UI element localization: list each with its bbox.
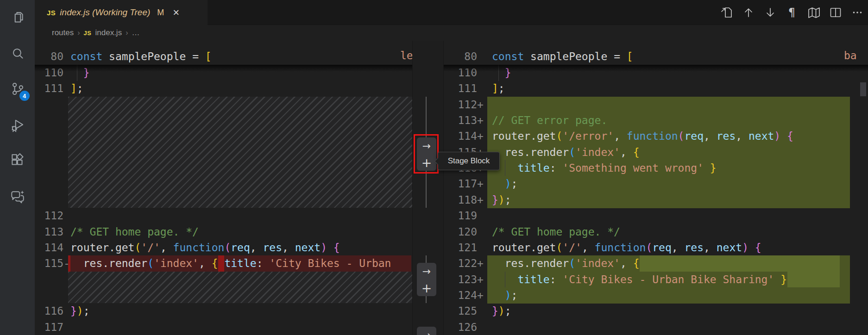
code-text: );	[492, 287, 517, 303]
line-number: 111	[35, 81, 63, 96]
modified-indicator: M	[157, 8, 164, 18]
deleted-range-hatch	[68, 272, 412, 304]
code-line[interactable]: 119	[444, 208, 868, 224]
line-number: 119	[444, 208, 477, 223]
diff-line-marker: +	[477, 287, 484, 303]
code-line[interactable]: 122+ res.render('index', {	[444, 255, 868, 272]
show-whitespace-icon[interactable]: ¶	[785, 6, 799, 20]
line-number: 124	[444, 287, 477, 303]
code-text: title: 'Something went wrong' }	[492, 160, 717, 176]
code-text: });	[70, 303, 90, 319]
map-icon[interactable]	[806, 6, 821, 20]
code-line[interactable]: 124+ );	[444, 287, 868, 304]
code-text: ];	[492, 81, 505, 96]
code-line[interactable]: 111];	[444, 81, 868, 97]
line-number: 118	[444, 192, 477, 208]
code-line[interactable]: 112+	[444, 97, 868, 113]
code-text: router.get('/', function(req, res, next)…	[70, 240, 340, 255]
more-actions-icon[interactable]	[850, 6, 864, 20]
code-text: ];	[70, 81, 83, 96]
breadcrumb-folder[interactable]: routes	[52, 28, 74, 37]
code-line[interactable]: 116+ title: 'Something went wrong' }	[444, 160, 868, 176]
code-line[interactable]: 111];	[35, 81, 412, 97]
chat-icon[interactable]	[7, 187, 28, 207]
next-change-icon[interactable]	[763, 6, 777, 20]
stage-controls-block-3: → +	[417, 327, 436, 335]
close-tab-icon[interactable]: ×	[173, 7, 179, 18]
tooltip-text: Stage Block	[448, 156, 490, 166]
tab-indexjs-working-tree[interactable]: JS index.js (Working Tree) M ×	[35, 0, 208, 25]
revert-block-button[interactable]: →	[417, 327, 436, 335]
diff-line-marker: +	[477, 255, 484, 271]
code-line[interactable]: 125});	[444, 303, 868, 319]
code-line[interactable]: 118+});	[444, 192, 868, 208]
code-line[interactable]: 117	[35, 319, 412, 335]
line-number: 125	[444, 303, 477, 319]
extensions-icon[interactable]	[7, 151, 28, 171]
diff-right-editor[interactable]: 80 const samplePeople = [ ba 110 }111];1…	[444, 41, 868, 335]
code-line[interactable]: 115- res.render('index', { title: 'City …	[35, 255, 412, 272]
run-debug-icon[interactable]	[7, 115, 28, 135]
code-line[interactable]: 120/* GET home page. */	[444, 224, 868, 240]
tab-title: index.js (Working Tree)	[60, 7, 150, 18]
code-line[interactable]: 123+ title: 'City Bikes - Urban Bike Sha…	[444, 272, 868, 288]
diff-left-editor[interactable]: 80 const samplePeople = [ le 110 }111];1…	[35, 41, 412, 335]
code-line[interactable]: 114router.get('/', function(req, res, ne…	[35, 240, 412, 256]
added-line-background	[487, 97, 850, 113]
split-editor-icon[interactable]	[828, 6, 843, 20]
clipped-text-fragment: le	[400, 50, 412, 62]
code-text: router.get('/error', function(req, res, …	[492, 128, 793, 144]
breadcrumb-file[interactable]: index.js	[95, 28, 122, 37]
line-number: 121	[444, 240, 477, 255]
code-line[interactable]: 116});	[35, 303, 412, 319]
search-icon[interactable]	[7, 43, 28, 64]
code-text: res.render('index', { title: 'City Bikes…	[70, 255, 391, 271]
left-code-rows: 110 }111];112113/* GET home page. */114r…	[35, 65, 412, 335]
code-text: });	[492, 192, 511, 208]
sticky-scroll-line[interactable]: 80 const samplePeople = [ le	[35, 41, 412, 65]
diff-line-marker: +	[477, 192, 484, 208]
line-number: 115	[35, 255, 63, 271]
stage-block-button[interactable]: +	[417, 279, 436, 296]
line-number: 80	[35, 50, 63, 62]
js-file-icon: JS	[84, 30, 92, 37]
code-text: router.get('/', function(req, res, next)…	[492, 240, 761, 255]
previous-change-icon[interactable]	[741, 6, 755, 20]
code-line[interactable]: 113/* GET home page. */	[35, 224, 412, 240]
code-line[interactable]: 114+router.get('/error', function(req, r…	[444, 128, 868, 144]
line-number: 111	[444, 81, 477, 96]
breadcrumb: routes › JS index.js › …	[35, 25, 868, 41]
line-number: 117	[35, 319, 63, 335]
inline-diff-highlight	[640, 255, 840, 272]
code-text: title: 'City Bikes - Urban Bike Sharing'…	[492, 272, 787, 287]
code-text: res.render('index', {	[492, 144, 640, 160]
sticky-scroll-line[interactable]: 80 const samplePeople = [ ba	[444, 41, 868, 65]
chevron-right-icon: ›	[77, 29, 80, 37]
diff-line-marker: +	[477, 112, 484, 128]
vertical-scrollbar[interactable]	[860, 82, 866, 96]
diff-line-marker: +	[477, 128, 484, 144]
clipped-text-fragment: ba	[844, 50, 857, 62]
code-line[interactable]: 126	[444, 319, 868, 335]
line-number: 112	[444, 97, 477, 112]
code-line[interactable]: 117+ );	[444, 176, 868, 192]
breadcrumb-symbol-ellipsis[interactable]: …	[132, 28, 139, 37]
code-text: });	[492, 303, 511, 319]
code-line[interactable]: 113+// GET error page.	[444, 112, 868, 129]
explorer-icon[interactable]	[7, 7, 28, 28]
code-text: // GET error page.	[492, 112, 607, 128]
source-control-icon[interactable]: 4	[7, 79, 28, 99]
revert-block-button[interactable]: →	[417, 263, 436, 279]
line-number: 120	[444, 224, 477, 240]
js-file-icon: JS	[47, 9, 56, 17]
line-number: 113	[35, 224, 63, 240]
open-file-icon[interactable]	[719, 6, 734, 20]
stage-controls-block-2: → +	[417, 263, 436, 296]
code-line[interactable]: 112	[35, 208, 412, 224]
line-number: 122	[444, 255, 477, 271]
code-line[interactable]: 115+ res.render('index', {	[444, 144, 868, 161]
code-line[interactable]: 121router.get('/', function(req, res, ne…	[444, 240, 868, 256]
tab-bar: JS index.js (Working Tree) M × ¶	[35, 0, 868, 25]
line-number: 116	[35, 303, 63, 319]
line-number: 113	[444, 112, 477, 128]
